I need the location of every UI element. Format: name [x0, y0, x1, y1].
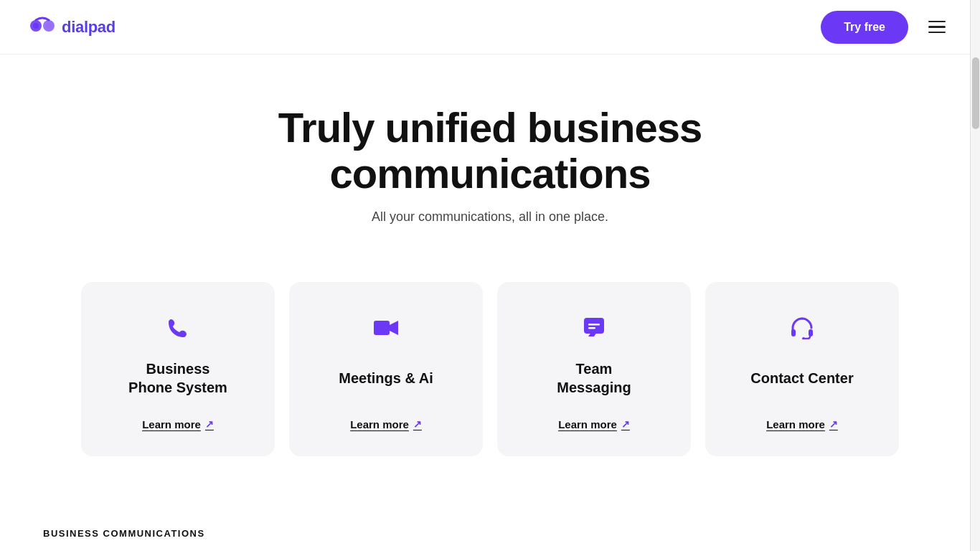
card-team-messaging: TeamMessaging Learn more ↗ [497, 282, 691, 456]
hamburger-menu-button[interactable] [923, 15, 951, 39]
hamburger-line-1 [928, 21, 946, 23]
card-team-messaging-link[interactable]: Learn more ↗ [558, 418, 630, 430]
svg-rect-3 [46, 23, 52, 29]
svg-rect-9 [809, 329, 813, 336]
arrow-icon: ↗ [829, 418, 838, 430]
navbar: dialpad Try free [0, 0, 980, 55]
logo-text: dialpad [62, 18, 116, 37]
video-icon [369, 311, 403, 345]
card-meetings-ai-title: Meetings & Ai [339, 359, 433, 397]
hero-section: Truly unified business communications Al… [0, 55, 980, 253]
phone-icon [161, 311, 195, 345]
card-contact-center-link[interactable]: Learn more ↗ [766, 418, 838, 430]
svg-rect-4 [374, 321, 390, 335]
product-cards-section: BusinessPhone System Learn more ↗ Meetin… [0, 253, 980, 499]
svg-rect-8 [791, 329, 796, 336]
try-free-button[interactable]: Try free [821, 11, 908, 44]
card-contact-center-title: Contact Center [750, 359, 853, 397]
arrow-icon: ↗ [205, 418, 214, 430]
svg-rect-5 [584, 318, 604, 334]
card-contact-center-link-text: Learn more [766, 418, 825, 430]
bottom-section: BUSINESS COMMUNICATIONS Connect everyone… [0, 499, 980, 551]
hero-title: Truly unified business communications [203, 105, 777, 197]
svg-point-10 [802, 337, 805, 339]
hero-subtitle: All your communications, all in one plac… [29, 209, 951, 225]
card-meetings-ai: Meetings & Ai Learn more ↗ [289, 282, 483, 456]
scrollbar-track[interactable] [970, 0, 980, 551]
logo[interactable]: dialpad [29, 16, 116, 39]
dialpad-logo-icon [29, 16, 56, 39]
card-business-phone-title: BusinessPhone System [128, 359, 227, 397]
card-meetings-ai-link-text: Learn more [350, 418, 409, 430]
card-contact-center: Contact Center Learn more ↗ [705, 282, 899, 456]
headset-icon [785, 311, 819, 345]
card-team-messaging-link-text: Learn more [558, 418, 617, 430]
card-business-phone: BusinessPhone System Learn more ↗ [81, 282, 275, 456]
svg-rect-2 [33, 23, 39, 29]
card-business-phone-link-text: Learn more [142, 418, 201, 430]
card-business-phone-link[interactable]: Learn more ↗ [142, 418, 214, 430]
arrow-icon: ↗ [621, 418, 630, 430]
hamburger-line-2 [928, 26, 946, 28]
hamburger-line-3 [928, 32, 946, 34]
scrollbar-thumb[interactable] [972, 57, 979, 129]
card-meetings-ai-link[interactable]: Learn more ↗ [350, 418, 422, 430]
chat-icon [577, 311, 611, 345]
section-label: BUSINESS COMMUNICATIONS [43, 528, 937, 539]
card-team-messaging-title: TeamMessaging [557, 359, 631, 397]
arrow-icon: ↗ [413, 418, 422, 430]
svg-rect-6 [588, 324, 600, 326]
svg-rect-7 [588, 327, 595, 329]
nav-right: Try free [821, 11, 951, 44]
